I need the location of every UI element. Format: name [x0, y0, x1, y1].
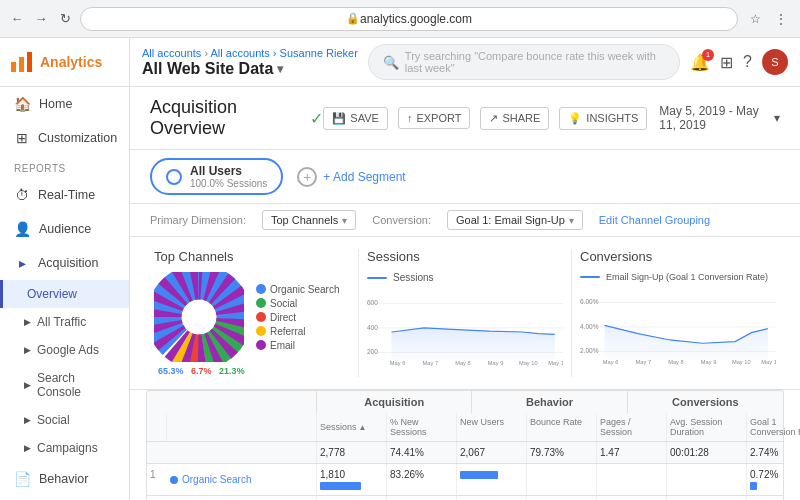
address-bar[interactable]: 🔒 analytics.google.com [80, 7, 738, 31]
date-range[interactable]: May 5, 2019 - May 11, 2019 ▾ [659, 104, 780, 132]
triangle-icon5: ▶ [24, 443, 31, 453]
extensions-button[interactable]: ⋮ [770, 8, 792, 30]
property-selector[interactable]: All Web Site Data ▾ [142, 60, 358, 78]
add-segment-button[interactable]: + + Add Segment [297, 167, 405, 187]
svg-text:May 10: May 10 [732, 359, 751, 365]
pie-legend: Organic Search Social Direct [256, 284, 339, 351]
sidebar-item-conversions[interactable]: 🔄 Conversions [0, 496, 129, 500]
sidebar-subitem-google-ads[interactable]: ▶ Google Ads [0, 336, 129, 364]
primary-dimension-select[interactable]: Top Channels ▾ [262, 210, 356, 230]
sidebar-subitem-search-console-label: Search Console [37, 371, 115, 399]
col-new-users[interactable]: New Users [457, 413, 527, 441]
organic-channel-dot [170, 476, 178, 484]
svg-text:May 11: May 11 [548, 360, 563, 366]
page-header: Acquisition Overview ✓ 💾 SAVE ↑ EXPORT [130, 87, 800, 150]
col-pages-session[interactable]: Pages / Session [597, 413, 667, 441]
sidebar-title: Analytics [40, 54, 102, 70]
organic-dot [256, 284, 266, 294]
sidebar-subitem-overview[interactable]: Overview [0, 280, 129, 308]
top-channels-title: Top Channels [154, 249, 350, 264]
sidebar-subitem-search-console[interactable]: ▶ Search Console [0, 364, 129, 406]
sidebar-subitem-social[interactable]: ▶ Social [0, 406, 129, 434]
account-link[interactable]: All accounts › Susanne Rieker [211, 47, 358, 59]
total-new-users: 2,067 [457, 442, 527, 463]
sidebar-subitem-all-traffic[interactable]: ▶ All Traffic [0, 308, 129, 336]
save-button[interactable]: 💾 SAVE [323, 107, 388, 130]
sessions-svg: 600 400 200 May 6 May 7 May 8 May 9 [367, 287, 563, 377]
conversions-legend-label: Email Sign-Up (Goal 1 Conversion Rate) [606, 272, 768, 282]
channel-social[interactable]: Social [167, 496, 317, 500]
bookmark-button[interactable]: ☆ [744, 8, 766, 30]
organic-channel-name[interactable]: Organic Search [182, 474, 251, 485]
insights-button[interactable]: 💡 INSIGHTS [559, 107, 647, 130]
sidebar-item-acquisition[interactable]: ▸ Acquisition [0, 246, 129, 280]
sidebar-item-home[interactable]: 🏠 Home [0, 87, 129, 121]
svg-point-8 [182, 300, 216, 334]
svg-text:May 7: May 7 [423, 360, 439, 366]
col-sessions[interactable]: Sessions▲ [317, 413, 387, 441]
dim-select-arrow: ▾ [342, 215, 347, 226]
sidebar-item-audience[interactable]: 👤 Audience [0, 212, 129, 246]
col-avg-duration[interactable]: Avg. Session Duration [667, 413, 747, 441]
channel-organic[interactable]: Organic Search [167, 464, 317, 495]
forward-button[interactable]: → [32, 10, 50, 28]
legend-email: Email [256, 340, 339, 351]
all-accounts-link[interactable]: All accounts [142, 47, 201, 59]
apps-button[interactable]: ⊞ [720, 53, 733, 72]
refresh-button[interactable]: ↻ [56, 10, 74, 28]
export-button[interactable]: ↑ EXPORT [398, 107, 471, 129]
conversions-title: Conversions [580, 249, 776, 264]
conversions-chart: 6.00% 4.00% 2.00% May 6 May 7 May 8 May … [580, 286, 776, 376]
add-segment-label: + Add Segment [323, 170, 405, 184]
sidebar-subitem-campaigns[interactable]: ▶ Campaigns [0, 434, 129, 462]
browser-chrome: ← → ↻ 🔒 analytics.google.com ☆ ⋮ [0, 0, 800, 38]
sidebar-subitem-campaigns-label: Campaigns [37, 441, 98, 455]
legend-social: Social [256, 298, 339, 309]
help-button[interactable]: ? [743, 53, 752, 71]
edit-channel-link[interactable]: Edit Channel Grouping [599, 214, 710, 226]
svg-text:May 9: May 9 [488, 360, 504, 366]
social-dot [256, 298, 266, 308]
total-pct-new: 74.41% [387, 442, 457, 463]
notification-badge: 1 [702, 49, 714, 61]
verified-icon: ✓ [310, 109, 323, 128]
sessions-chart: 600 400 200 May 6 May 7 May 8 May 9 [367, 287, 563, 377]
triangle-icon2: ▶ [24, 345, 31, 355]
top-bar: All accounts › All accounts › Susanne Ri… [130, 38, 800, 87]
back-button[interactable]: ← [8, 10, 26, 28]
svg-text:May 8: May 8 [668, 359, 684, 365]
dimension-bar: Primary Dimension: Top Channels ▾ Conver… [130, 204, 800, 237]
notifications-button[interactable]: 🔔 1 [690, 53, 710, 72]
behavior-group-header: Behavior [472, 391, 627, 413]
top-channels-panel: Top Channels [146, 249, 359, 377]
home-icon: 🏠 [14, 96, 31, 112]
sidebar-item-customization[interactable]: ⊞ Customization [0, 121, 129, 155]
legend-referral: Referral [256, 326, 339, 337]
col-bounce-rate[interactable]: Bounce Rate [527, 413, 597, 441]
header-actions: 💾 SAVE ↑ EXPORT ↗ SHARE 💡 [323, 107, 647, 130]
segment-sessions: 100.0% Sessions [190, 178, 267, 189]
conversions-legend: Email Sign-Up (Goal 1 Conversion Rate) [580, 272, 776, 282]
pie-chart [154, 272, 244, 362]
realtime-icon: ⏱ [14, 187, 30, 203]
segment-dot [166, 169, 182, 185]
search-bar[interactable]: 🔍 Try searching "Compare bounce rate thi… [368, 44, 680, 80]
segment-info: All Users 100.0% Sessions [190, 164, 267, 189]
user-avatar[interactable]: S [762, 49, 788, 75]
col-pct-new[interactable]: % New Sessions [387, 413, 457, 441]
svg-text:4.00%: 4.00% [580, 323, 599, 330]
sidebar-subitem-all-traffic-label: All Traffic [37, 315, 86, 329]
svg-text:2.00%: 2.00% [580, 347, 599, 354]
analytics-logo [10, 50, 34, 74]
all-users-segment[interactable]: All Users 100.0% Sessions [150, 158, 283, 195]
sidebar-item-realtime[interactable]: ⏱ Real-Time [0, 178, 129, 212]
audience-icon: 👤 [14, 221, 31, 237]
sidebar-item-audience-label: Audience [39, 222, 91, 236]
customization-icon: ⊞ [14, 130, 30, 146]
sidebar-subitem-social-label: Social [37, 413, 70, 427]
sidebar-item-behavior[interactable]: 📄 Behavior [0, 462, 129, 496]
share-button[interactable]: ↗ SHARE [480, 107, 549, 130]
conversion-select[interactable]: Goal 1: Email Sign-Up ▾ [447, 210, 583, 230]
top-bar-actions: 🔔 1 ⊞ ? S [690, 49, 788, 75]
col-goal1-rate[interactable]: Goal 1 Conversion Rate [747, 413, 800, 441]
